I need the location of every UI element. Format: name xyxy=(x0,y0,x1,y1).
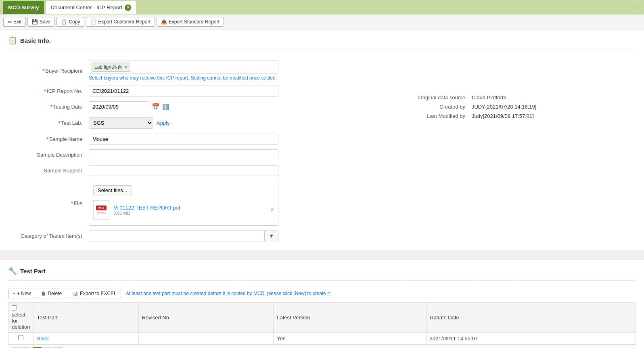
category-wrap: ▼ xyxy=(89,231,278,241)
delete-label: Delete xyxy=(48,291,62,296)
test-part-icon: 🔧 xyxy=(8,266,17,275)
info-icon[interactable]: ℹ️ xyxy=(162,104,169,110)
delete-icon: 🗑 xyxy=(41,291,46,296)
created-by-label: Created by xyxy=(319,104,465,110)
file-area: Select files... PDF Adobe M-01122 TEST R… xyxy=(89,181,278,226)
original-source-label: Original data source xyxy=(319,94,465,101)
test-part-toolbar: + + New 🗑 Delete 📊 Export to EXCEL At le… xyxy=(8,289,636,298)
test-part-link[interactable]: Shell xyxy=(37,335,49,342)
file-name[interactable]: M-01122 TEST REPORT.pdf xyxy=(113,205,180,211)
sample-name-label: Sample Name xyxy=(8,133,89,145)
test-lab-control: SGS BV Intertek TUV Other Apply xyxy=(89,115,311,131)
copy-button[interactable]: 📋 Copy xyxy=(56,17,84,27)
created-by-value: JUDY[2021/07/28 14:16:19] xyxy=(472,104,636,110)
tab-mcd-survey[interactable]: MCD Survey xyxy=(3,1,44,14)
calendar-icon[interactable]: 📅 xyxy=(152,103,160,111)
test-part-title: Test Part xyxy=(20,268,46,275)
buyer-tag-text: Lab light站台 xyxy=(94,64,122,71)
tab-doc-center[interactable]: Document Center - ICP Report ✕ xyxy=(46,1,137,14)
sample-desc-label: Sample Description xyxy=(8,149,89,161)
export-standard-button[interactable]: 📤 Export Standard Report xyxy=(157,17,224,27)
category-picker-button[interactable]: ▼ xyxy=(264,231,278,241)
file-item: PDF Adobe M-01122 TEST REPORT.pdf 3.05 M… xyxy=(93,199,274,221)
sample-desc-input[interactable] xyxy=(89,149,278,160)
export-standard-icon: 📤 xyxy=(161,19,167,25)
testing-date-label: Testing Date xyxy=(8,101,89,113)
file-info: M-01122 TEST REPORT.pdf 3.05 MB xyxy=(113,205,180,216)
th-latest-version: Latest Version xyxy=(274,303,427,333)
table-row: Shell Yes 2021/09/11 14:55:07 xyxy=(8,333,636,344)
test-lab-wrap: SGS BV Intertek TUV Other Apply xyxy=(89,117,311,129)
tab-close-icon[interactable]: ✕ xyxy=(125,4,131,11)
sample-desc-control xyxy=(89,147,311,163)
row-checkbox[interactable] xyxy=(18,335,23,340)
apply-link[interactable]: Apply xyxy=(157,120,170,126)
buyer-recipient-input[interactable]: Lab light站台 × xyxy=(89,61,278,73)
save-icon: 💾 xyxy=(32,19,38,25)
select-all-checkbox[interactable] xyxy=(12,305,17,310)
export-customer-icon: 📄 xyxy=(90,19,96,25)
minimize-button[interactable]: – xyxy=(634,3,641,12)
testing-date-input[interactable]: 2020/09/09 xyxy=(89,101,149,112)
testing-date-control: 2020/09/09 📅 ℹ️ xyxy=(89,99,311,115)
category-label: Category of Tested Item(s) xyxy=(8,230,89,242)
row-revised-no xyxy=(138,333,274,344)
new-button[interactable]: + + New xyxy=(8,289,35,298)
delete-button[interactable]: 🗑 Delete xyxy=(37,289,66,298)
buyer-recipient-label: Buyer Recipient xyxy=(8,65,89,77)
buyer-hint: Select buyers who may receive this ICP r… xyxy=(89,75,311,81)
new-icon: + xyxy=(13,291,15,296)
category-input[interactable] xyxy=(89,231,264,241)
file-remove-icon[interactable]: × xyxy=(270,206,274,214)
sample-supplier-label: Sample Supplier xyxy=(8,164,89,177)
exit-icon: ⇦ xyxy=(8,19,12,25)
save-button[interactable]: 💾 Save xyxy=(27,17,55,27)
select-deletion-label: select for deletion xyxy=(12,312,30,330)
basic-info-layout: Buyer Recipient Lab light站台 × Select buy… xyxy=(8,58,636,244)
pdf-icon: PDF Adobe xyxy=(93,200,109,220)
adobe-text: Adobe xyxy=(96,211,106,215)
sample-name-control: Mouse xyxy=(89,131,311,147)
last-modified-label: Last Modified by xyxy=(319,113,465,119)
select-files-button[interactable]: Select files... xyxy=(93,185,132,195)
tab-mcd-survey-label: MCD Survey xyxy=(8,4,39,10)
tab-bar: MCD Survey Document Center - ICP Report … xyxy=(0,0,644,15)
tab-bar-left: MCD Survey Document Center - ICP Report … xyxy=(3,1,136,14)
last-modified-value: Judy[2021/09/09 17:57:01] xyxy=(472,113,636,119)
sample-name-input[interactable]: Mouse xyxy=(89,134,278,145)
buyer-tag: Lab light站台 × xyxy=(92,63,130,72)
export-excel-button[interactable]: 📊 Export to EXCEL xyxy=(68,289,121,298)
file-size: 3.05 MB xyxy=(113,211,180,216)
meta-grid: Original data source Cloud Platform Crea… xyxy=(319,90,636,123)
buyer-recipient-control: Lab light站台 × Select buyers who may rece… xyxy=(89,58,311,83)
export-excel-label: Export to EXCEL xyxy=(80,291,117,296)
original-source-value: Cloud Platform xyxy=(472,94,636,101)
basic-info-icon: 📋 xyxy=(8,36,17,45)
row-update-date: 2021/09/11 14:55:07 xyxy=(426,333,636,344)
test-part-table-container: select for deletion Test Part Revised No… xyxy=(8,302,636,348)
buyer-tag-remove[interactable]: × xyxy=(124,64,127,70)
pdf-badge-text: PDF xyxy=(96,205,107,210)
th-revised-no: Revised No. xyxy=(138,303,274,333)
pagination-bar: « ‹ 1 › » 1 - 1 of 1 items xyxy=(8,344,636,348)
tab-doc-center-label: Document Center - ICP Report xyxy=(51,4,123,10)
test-part-table: select for deletion Test Part Revised No… xyxy=(8,302,636,344)
icp-report-no-input[interactable]: CE/2021/01122 xyxy=(89,86,278,96)
row-checkbox-cell xyxy=(8,333,34,344)
exit-button[interactable]: ⇦ Exit xyxy=(3,17,26,27)
th-test-part: Test Part xyxy=(33,303,138,333)
sample-supplier-control xyxy=(89,163,311,178)
sample-supplier-input[interactable] xyxy=(89,165,278,176)
select-files-label: Select files... xyxy=(98,187,128,193)
test-part-header: 🔧 Test Part xyxy=(8,266,636,275)
test-lab-select[interactable]: SGS BV Intertek TUV Other xyxy=(89,117,153,129)
export-customer-button[interactable]: 📄 Export Customer Report xyxy=(86,17,155,27)
th-select-deletion: select for deletion xyxy=(8,303,34,333)
copy-icon: 📋 xyxy=(61,19,67,25)
table-wrap: select for deletion Test Part Revised No… xyxy=(8,302,636,344)
row-latest-version: Yes xyxy=(274,333,427,344)
file-label: File xyxy=(8,197,89,210)
table-header-row: select for deletion Test Part Revised No… xyxy=(8,303,636,333)
icp-report-no-label: ICP Report No. xyxy=(8,85,89,97)
test-part-section: 🔧 Test Part + + New 🗑 Delete 📊 Export to… xyxy=(0,260,644,348)
